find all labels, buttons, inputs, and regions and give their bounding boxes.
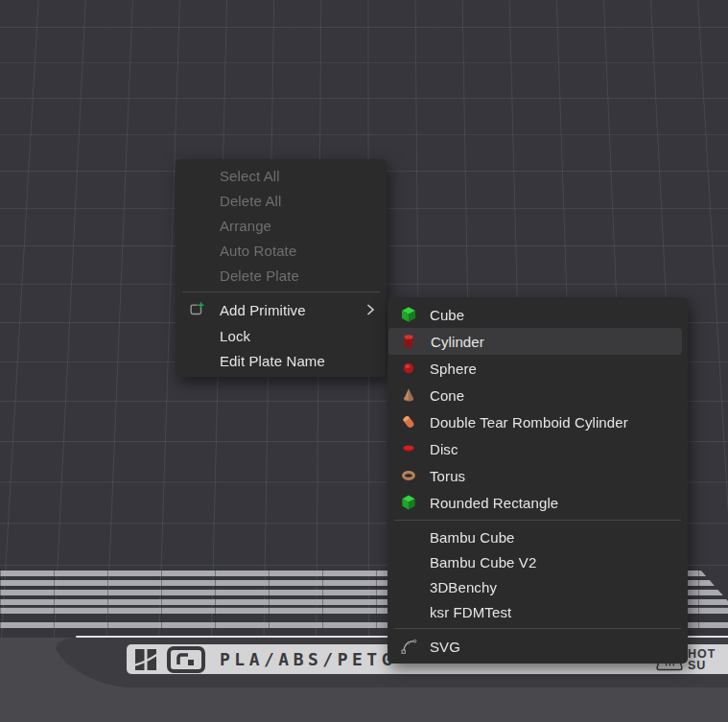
rounded-rectangle-icon xyxy=(400,494,417,511)
add-primitive-submenu-separator xyxy=(394,628,681,629)
menu-item-bambu-cube[interactable]: Bambu Cube xyxy=(387,524,688,549)
chevron-right-icon xyxy=(365,304,375,316)
menu-item-label: Bambu Cube V2 xyxy=(430,554,536,571)
menu-item-ksr-fdmtest[interactable]: ksr FDMTest xyxy=(387,599,688,624)
menu-item-double-tear-romboid-cylinder[interactable]: Double Tear Romboid Cylinder xyxy=(387,408,688,435)
menu-item-label: Delete Plate xyxy=(220,268,299,284)
menu-item-label: Sphere xyxy=(430,361,477,377)
hot-warning-line2: SU xyxy=(688,660,728,671)
hot-surface-warning-text: HOT SU xyxy=(688,648,728,671)
bambu-logo-icon xyxy=(133,647,158,672)
menu-item-label: Cylinder xyxy=(431,334,484,350)
menu-item-bambu-cube-v2[interactable]: Bambu Cube V2 xyxy=(387,549,688,574)
menu-item-label: Lock xyxy=(220,328,250,344)
menu-item-cone[interactable]: Cone xyxy=(387,382,688,408)
context-menu: Select AllDelete AllArrangeAuto RotateDe… xyxy=(176,159,387,377)
menu-item-label: ksr FDMTest xyxy=(430,604,511,620)
menu-item-label: Torus xyxy=(430,468,465,484)
context-menu-separator xyxy=(182,291,380,292)
menu-item-disc[interactable]: Disc xyxy=(387,435,688,462)
cylinder-icon xyxy=(400,333,417,350)
menu-item-label: Auto Rotate xyxy=(220,243,296,259)
menu-item-cylinder[interactable]: Cylinder xyxy=(388,328,682,355)
menu-item-label: Disc xyxy=(430,441,458,457)
add-primitive-submenu: CubeCylinderSphereConeDouble Tear Romboi… xyxy=(387,297,688,664)
plate-type-logo-icon xyxy=(167,646,205,673)
menu-item-add-primitive[interactable]: Add Primitive xyxy=(176,296,387,323)
slicer-3d-viewport[interactable]: PLA/ABS/PETG HOT SU Select AllDelete All… xyxy=(0,0,728,722)
menu-item-3dbenchy[interactable]: 3DBenchy xyxy=(387,574,688,599)
menu-item-label: Cone xyxy=(430,387,464,404)
menu-item-cube[interactable]: Cube xyxy=(387,301,688,328)
menu-item-label: Add Primitive xyxy=(220,302,306,318)
menu-item-label: Rounded Rectangle xyxy=(430,495,558,511)
menu-item-label: 3DBenchy xyxy=(430,579,497,595)
menu-item-label: Edit Plate Name xyxy=(220,353,325,369)
menu-item-label: Cube xyxy=(430,307,464,323)
add-primitive-icon xyxy=(188,301,205,318)
menu-item-select-all: Select All xyxy=(176,163,387,188)
svg-curve-icon xyxy=(400,638,417,655)
hot-warning-line1: HOT xyxy=(688,648,728,660)
menu-item-rounded-rectangle[interactable]: Rounded Rectangle xyxy=(387,489,688,516)
sphere-icon xyxy=(400,360,417,377)
menu-item-edit-plate-name[interactable]: Edit Plate Name xyxy=(176,348,387,373)
menu-item-sphere[interactable]: Sphere xyxy=(387,355,688,382)
cone-icon xyxy=(400,386,417,404)
menu-item-label: Delete All xyxy=(220,193,281,209)
romboid-cylinder-icon xyxy=(400,413,417,431)
menu-item-delete-plate: Delete Plate xyxy=(176,263,387,288)
torus-icon xyxy=(400,467,417,484)
menu-item-label: Arrange xyxy=(220,218,271,234)
plate-material-label: PLA/ABS/PETG xyxy=(220,649,396,669)
cube-icon xyxy=(400,306,417,323)
disc-icon xyxy=(400,440,417,457)
menu-item-torus[interactable]: Torus xyxy=(387,462,688,489)
menu-item-lock[interactable]: Lock xyxy=(176,323,387,348)
menu-item-arrange: Arrange xyxy=(176,213,387,238)
menu-item-label: Double Tear Romboid Cylinder xyxy=(430,414,628,431)
menu-item-label: Select All xyxy=(220,168,280,184)
menu-item-label: Bambu Cube xyxy=(430,529,515,546)
add-primitive-submenu-separator xyxy=(394,520,681,521)
menu-item-svg[interactable]: SVG xyxy=(387,633,688,660)
menu-item-label: SVG xyxy=(430,639,460,655)
menu-item-auto-rotate: Auto Rotate xyxy=(176,238,387,263)
menu-item-delete-all: Delete All xyxy=(176,188,387,213)
